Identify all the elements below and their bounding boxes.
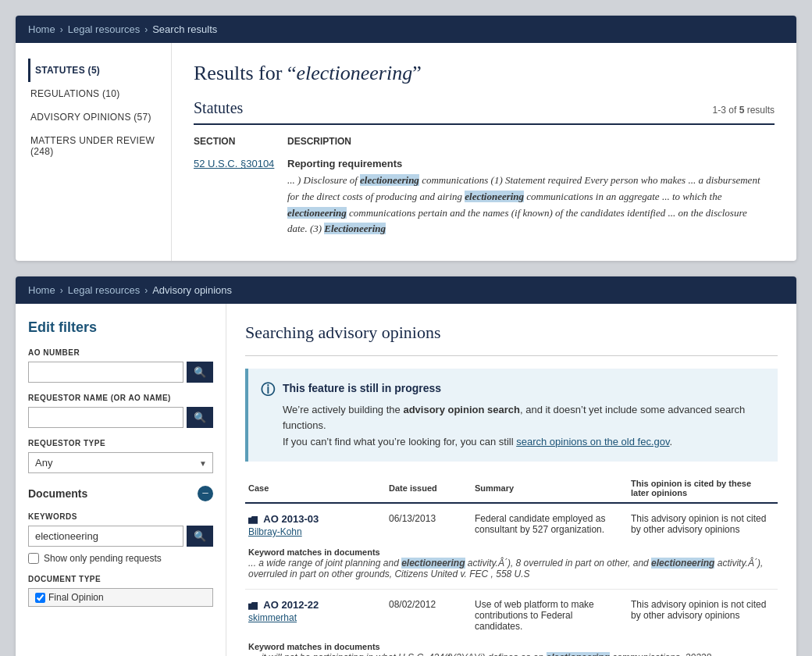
breadcrumb-sep-4: › — [144, 285, 148, 296]
requestor-type-wrapper: Any Federal candidate Committee Corporat… — [28, 452, 213, 473]
show-pending-row: Show only pending requests — [28, 553, 213, 564]
case-date-1: 06/13/2013 — [386, 503, 472, 542]
requestor-name-label: REQUESTOR NAME (OR AO NAME) — [28, 394, 213, 402]
panel1-body: STATUTES (5) REGULATIONS (10) ADVISORY O… — [16, 43, 796, 261]
table-row: 52 U.S.C. §30104 Reporting requirements … — [194, 153, 775, 242]
info-icon: ⓘ — [261, 380, 275, 399]
requestor-type-select[interactable]: Any Federal candidate Committee Corporat… — [28, 452, 213, 473]
col-section: Section — [194, 133, 287, 153]
col-description: Description — [287, 133, 775, 153]
advisory-divider — [245, 355, 778, 356]
advisory-title: Searching advisory opinions — [245, 323, 778, 343]
collapse-icon: − — [198, 486, 213, 501]
advisory-main: Searching advisory opinions ⓘ This featu… — [226, 304, 796, 656]
highlight-4: Electioneering — [324, 223, 386, 234]
results-title: Results for “electioneering” — [194, 62, 775, 85]
keyword-matches-label-1: Keyword matches in documents ... a wide … — [245, 542, 778, 590]
requestor-name-row: 🔍 — [28, 407, 213, 428]
filter-sidebar: Edit filters AO NUMBER 🔍 REQUESTOR NAME … — [16, 304, 226, 656]
case-cited-2: This advisory opinion is not cited by ot… — [628, 589, 778, 636]
col-case: Case — [245, 474, 386, 503]
ao-highlight-1a: electioneering — [401, 558, 465, 569]
case-summary-2: Use of web platform to make contribution… — [472, 589, 628, 636]
breadcrumb-sep-1: › — [60, 24, 63, 35]
case-name-1[interactable]: Bilbray-Kohn — [248, 526, 379, 537]
col-summary: Summary — [472, 474, 628, 503]
table-row: AO 2012-22 skimmerhat 08/02/2012 Use of … — [245, 589, 778, 636]
sidebar-item-statutes[interactable]: STATUTES (5) — [28, 59, 158, 82]
highlight-3: electioneering — [287, 207, 347, 219]
advisory-opinion-search-bold: advisory opinion search — [403, 404, 520, 415]
breadcrumb-current-2: Advisory opinions — [152, 284, 232, 296]
case-number-2: AO 2012-22 — [263, 599, 319, 611]
table-row: AO 2013-03 Bilbray-Kohn 06/13/2013 Feder… — [245, 503, 778, 542]
description-body: ... ) Disclosure of electioneering commu… — [287, 173, 768, 237]
section-divider — [194, 123, 775, 125]
info-box: ⓘ This feature is still in progress We’r… — [245, 369, 778, 462]
highlight-2: electioneering — [465, 191, 524, 202]
ao-highlight-1b: electioneering — [651, 558, 714, 569]
keywords-row: 🔍 — [28, 526, 213, 547]
keywords-search-button[interactable]: 🔍 — [187, 526, 213, 547]
case-summary-1: Federal candidate employed as consultant… — [472, 503, 628, 542]
keyword-row-1: Keyword matches in documents ... a wide … — [245, 542, 778, 590]
advisory-opinions-panel: Home › Legal resources › Advisory opinio… — [16, 276, 796, 656]
ao-number-row: 🔍 — [28, 362, 213, 383]
ao-results-table: Case Date issued Summary This opinion is… — [245, 474, 778, 656]
keywords-label: KEYWORDS — [28, 512, 213, 521]
keyword-matches-label-2: Keyword matches in documents ..., it wil… — [245, 636, 778, 656]
ao-number-label: AO NUMBER — [28, 348, 213, 357]
old-fec-link[interactable]: search opinions on the old fec.gov — [516, 436, 669, 447]
breadcrumb-home-2[interactable]: Home — [28, 284, 55, 296]
breadcrumb-home-1[interactable]: Home — [28, 23, 55, 35]
search-results-panel: Home › Legal resources › Search results … — [16, 16, 796, 261]
document-type-value: Final Opinion — [28, 588, 213, 607]
case-cited-1: This advisory opinion is not cited by ot… — [628, 503, 778, 542]
results-count: 1-3 of 5 results — [713, 105, 775, 116]
keywords-input[interactable] — [28, 526, 183, 547]
info-box-content: This feature is still in progress We’re … — [283, 380, 765, 451]
requestor-name-input[interactable] — [28, 407, 183, 428]
folder-icon-1 — [248, 516, 258, 524]
col-date: Date issued — [386, 474, 472, 503]
search-main-content: Results for “electioneering” Statutes 1-… — [172, 43, 796, 261]
breadcrumb-legal-resources-2[interactable]: Legal resources — [68, 284, 141, 296]
panel2-body: Edit filters AO NUMBER 🔍 REQUESTOR NAME … — [16, 304, 796, 656]
ao-number-input[interactable] — [28, 362, 183, 383]
info-box-title: This feature is still in progress — [283, 380, 765, 397]
search-query: electioneering — [296, 62, 412, 84]
statute-link[interactable]: 52 U.S.C. §30104 — [194, 158, 274, 169]
description-title: Reporting requirements — [287, 158, 768, 169]
sidebar-item-matters[interactable]: MATTERS UNDER REVIEW (248) — [28, 129, 158, 163]
col-cited: This opinion is cited by these later opi… — [628, 474, 778, 503]
show-pending-checkbox[interactable] — [28, 553, 39, 564]
sidebar-item-advisory-opinions[interactable]: ADVISORY OPINIONS (57) — [28, 105, 158, 129]
folder-icon-2 — [248, 602, 258, 610]
case-name-2[interactable]: skimmerhat — [248, 612, 379, 623]
requestor-name-search-button[interactable]: 🔍 — [187, 407, 213, 428]
keyword-row-2: Keyword matches in documents ..., it wil… — [245, 636, 778, 656]
case-number-1: AO 2013-03 — [263, 513, 319, 525]
breadcrumb-bar-1: Home › Legal resources › Search results — [16, 16, 796, 43]
document-type-text: Final Opinion — [48, 592, 104, 603]
search-sidebar: STATUTES (5) REGULATIONS (10) ADVISORY O… — [16, 43, 172, 261]
show-pending-label: Show only pending requests — [44, 553, 162, 564]
document-type-label: DOCUMENT TYPE — [28, 575, 213, 583]
breadcrumb-sep-3: › — [60, 285, 63, 296]
ao-highlight-2a: electioneering — [547, 652, 610, 656]
requestor-type-label: REQUESTOR TYPE — [28, 439, 213, 447]
breadcrumb-current-1: Search results — [152, 23, 217, 35]
statutes-section-title: Statutes — [194, 99, 243, 117]
statutes-table: Section Description 52 U.S.C. §30104 Rep… — [194, 133, 775, 242]
document-type-checkbox[interactable] — [35, 593, 45, 603]
ao-number-search-button[interactable]: 🔍 — [187, 362, 213, 383]
filter-title: Edit filters — [28, 319, 213, 336]
case-date-2: 08/02/2012 — [386, 589, 472, 636]
breadcrumb-sep-2: › — [144, 24, 148, 35]
breadcrumb-bar-2: Home › Legal resources › Advisory opinio… — [16, 276, 796, 304]
highlight-1: electioneering — [360, 174, 419, 186]
documents-label: Documents — [28, 487, 87, 500]
breadcrumb-legal-resources-1[interactable]: Legal resources — [68, 23, 141, 35]
documents-section[interactable]: Documents − — [28, 486, 213, 501]
sidebar-item-regulations[interactable]: REGULATIONS (10) — [28, 82, 158, 105]
